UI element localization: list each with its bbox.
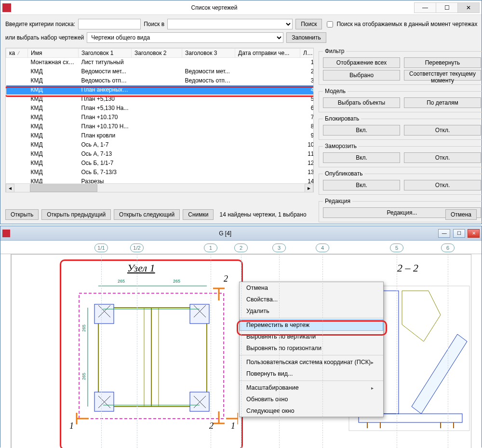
drawing-set-select[interactable]: Чертежи общего вида [87, 32, 283, 43]
table-row[interactable]: КМДОсь Б, 1/1-712 [6, 159, 314, 168]
separator [240, 380, 383, 381]
publish-on-button[interactable]: Вкл. [323, 180, 400, 190]
menu-next-window[interactable]: Следующее окно [240, 405, 383, 417]
view-window-controls: — ☐ ✕ [437, 229, 480, 238]
menu-properties[interactable]: Свойства... [240, 294, 383, 305]
menu-move-to-drawing[interactable]: Переместить в чертеж [240, 319, 383, 331]
side-panels: Фильтр Отображение всех Перевернуть Выбр… [318, 48, 482, 222]
grid-line [448, 254, 448, 448]
menu-cancel[interactable]: Отмена [240, 282, 383, 294]
grid-bubble: 1 [204, 244, 217, 252]
publish-off-button[interactable]: Откл. [404, 180, 481, 190]
by-parts-button[interactable]: По деталям [404, 97, 481, 108]
menu-delete[interactable]: Удалить [240, 305, 383, 317]
grid-line [397, 254, 397, 448]
menu-ucs[interactable]: Пользовательская система координат (ПСК)… [240, 356, 383, 368]
maximize-button[interactable]: ☐ [453, 229, 465, 238]
search-in-select[interactable] [167, 19, 293, 29]
search-button[interactable]: Поиск [295, 19, 322, 29]
menu-refresh-window[interactable]: Обновить окно [240, 394, 383, 405]
section-mark-2: 2 [224, 274, 228, 284]
table-row[interactable]: КМДОсь А, 1-710 [6, 140, 314, 149]
table-row[interactable]: КМДОсь А, 7-1311 [6, 149, 314, 159]
select-objects-button[interactable]: Выбрать объекты [323, 97, 400, 108]
table-row[interactable]: КМДПлан +5,1305 [6, 95, 314, 104]
scroll-left-button[interactable]: ◂ [6, 184, 14, 192]
col-name[interactable]: Имя [28, 49, 79, 58]
section-mark-1b: 1 [231, 421, 235, 431]
view-uzel-1[interactable]: Узел 1 [65, 262, 238, 448]
table-row[interactable]: КМДВедомость отпр...Ведомость отпр...3 [6, 76, 314, 85]
col-date[interactable]: Дата отправки че... [235, 49, 300, 58]
search-displayed-only-checkbox[interactable]: Поиск на отображаемых в данный момент че… [325, 20, 477, 29]
section-mark-2b: 2 [209, 421, 214, 431]
col-z2[interactable]: Заголовок 2 [132, 49, 182, 58]
close-button[interactable]: ✕ [457, 2, 480, 13]
invert-button[interactable]: Перевернуть [404, 57, 481, 68]
grid-bubble-ruler: 1/11/2123456 [0, 241, 482, 254]
snapshots-button[interactable]: Снимки [183, 209, 214, 220]
view-window-title: G [4] [13, 230, 437, 237]
freeze-off-button[interactable]: Откл. [404, 152, 481, 163]
svg-rect-4 [94, 304, 114, 324]
col-z1[interactable]: Заголовок 1 [79, 49, 132, 58]
up-to-date-button[interactable]: Соответствует текущему моменту [404, 70, 481, 81]
titlebar: Список чертежей — ☐ ✕ [0, 0, 482, 15]
menu-align-vertical[interactable]: Выровнять по вертикали [240, 331, 383, 342]
drawing-canvas[interactable]: 1/11/2123456 Узел 1 [0, 241, 482, 448]
search-label: Введите критерии поиска: [5, 21, 75, 27]
open-prev-button[interactable]: Открыть предыдущий [41, 209, 111, 220]
chevron-right-icon: ▸ [371, 360, 374, 365]
remember-button[interactable]: Запомнить [286, 32, 326, 43]
scroll-thumb[interactable] [30, 184, 97, 192]
table-row[interactable]: КМДПлан +10.170 Н...8 [6, 122, 314, 131]
view-context-menu[interactable]: Отмена Свойства... Удалить Переместить в… [239, 282, 384, 417]
dim-h2: 265 [173, 279, 180, 284]
table-row[interactable]: КМДПлан +10.1707 [6, 113, 314, 122]
drawing-table[interactable]: ка ∕ Имя Заголовок 1 Заголовок 2 Заголов… [5, 48, 314, 192]
lock-off-button[interactable]: Откл. [404, 125, 481, 136]
menu-align-horizontal[interactable]: Выровнять по горизонтали [240, 342, 383, 354]
open-next-button[interactable]: Открыть следующий [114, 209, 180, 220]
lock-on-button[interactable]: Вкл. [323, 125, 400, 136]
minimize-button[interactable]: — [438, 229, 450, 238]
maximize-button[interactable]: ☐ [436, 2, 458, 13]
grid-line [322, 254, 323, 448]
grid-line [211, 254, 211, 448]
svg-marker-33 [412, 334, 467, 414]
display-all-button[interactable]: Отображение всех [323, 57, 400, 68]
close-button[interactable]: ✕ [468, 229, 480, 238]
lock-group: Блокировать Вкл. Откл. [319, 115, 482, 140]
separator [240, 355, 383, 355]
table-row[interactable]: КМДВедомости мет...Ведомости мет...2 [6, 67, 314, 76]
menu-rotate-view[interactable]: Повернуть вид... [240, 368, 383, 380]
dim-v2: 265 [81, 373, 86, 380]
table-row[interactable]: КМДПлан +5,130 На...6 [6, 104, 314, 113]
freeze-group: Заморозить Вкл. Откл. [319, 143, 482, 167]
view-titlebar: G [4] — ☐ ✕ [0, 226, 482, 241]
grid-bubble: 1/1 [94, 244, 108, 252]
hscrollbar[interactable]: ◂ ▸ [6, 183, 313, 192]
dim-v1: 265 [81, 325, 86, 332]
search-input[interactable] [78, 19, 141, 29]
grid-bubble: 1/2 [130, 244, 144, 252]
col-z3[interactable]: Заголовок 3 [182, 49, 235, 58]
freeze-on-button[interactable]: Вкл. [323, 152, 400, 163]
grid-line [101, 254, 102, 448]
table-row[interactable]: КМДОсь Б, 7-13/313 [6, 168, 314, 177]
col-ka[interactable]: ка ∕ [6, 49, 28, 58]
table-header-row[interactable]: ка ∕ Имя Заголовок 1 Заголовок 2 Заголов… [6, 49, 314, 58]
col-list[interactable]: Лист ∕ [300, 49, 314, 58]
selected-button[interactable]: Выбрано [323, 70, 400, 81]
scroll-right-button[interactable]: ▸ [305, 184, 313, 192]
view-geometry [65, 262, 238, 448]
menu-scale[interactable]: Масштабирование▸ [240, 382, 383, 394]
minimize-button[interactable]: — [414, 2, 436, 13]
checkbox-icon[interactable] [327, 21, 333, 27]
cancel-button[interactable]: Отмена [445, 209, 477, 220]
open-button[interactable]: Открыть [5, 209, 39, 220]
search-in-label: Поиск в [144, 21, 164, 27]
table-row[interactable]: КМДПлан кровли9 [6, 131, 314, 140]
table-row[interactable]: Монтажная схе...Лист титульный1 [6, 58, 314, 67]
table-row[interactable]: КМДПлан анкерных ...4 [6, 85, 314, 95]
